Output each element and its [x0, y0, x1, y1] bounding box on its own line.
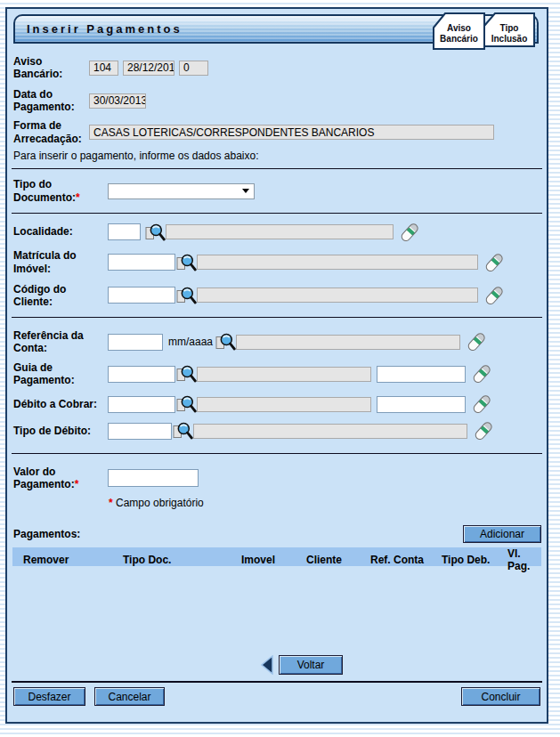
- matricula-imovel-row: Matrícula do Imóvel:: [7, 249, 547, 276]
- concluir-button[interactable]: Concluir: [461, 687, 540, 706]
- search-icon: [176, 287, 197, 304]
- voltar-button[interactable]: Voltar: [279, 655, 343, 675]
- aviso-bancario-label: Aviso Bancário:: [13, 55, 89, 81]
- guia-pagamento-input[interactable]: [108, 366, 175, 383]
- localidade-row: Localidade:: [7, 223, 547, 242]
- eraser-icon: [485, 286, 503, 305]
- codigo-cliente-row: Código do Cliente:: [7, 283, 547, 309]
- adicionar-button[interactable]: Adicionar: [463, 525, 541, 543]
- referencia-conta-hint: mm/aaaa: [168, 336, 213, 348]
- column-header-ref-conta: Ref. Conta: [370, 554, 442, 566]
- eraser-icon: [401, 223, 418, 242]
- clear-guia-button[interactable]: [471, 364, 492, 384]
- referencia-conta-row: Referência da Conta: mm/aaaa: [7, 328, 547, 355]
- aviso-bancario-numero: 104: [89, 61, 118, 76]
- debito-cobrar-descricao: [197, 397, 371, 412]
- data-pagamento-value: 30/03/2013: [89, 93, 146, 109]
- clear-tipo-debito-button[interactable]: [473, 421, 494, 441]
- codigo-cliente-descricao: [197, 288, 478, 303]
- column-header-remover: Remover: [23, 554, 123, 566]
- codigo-cliente-input[interactable]: [108, 287, 175, 304]
- eraser-icon: [473, 364, 491, 384]
- column-header-tipo-doc: Tipo Doc.: [123, 554, 241, 566]
- inserir-pagamentos-panel: Inserir Pagamentos AvisoBancário TipoInc…: [5, 7, 548, 724]
- debito-cobrar-row: Débito a Cobrar:: [7, 394, 547, 414]
- forma-arrecadacao-row: Forma de Arrecadação: CASAS LOTERICAS/CO…: [7, 119, 547, 146]
- column-header-imovel: Imovel: [241, 554, 306, 566]
- instruction-text: Para inserir o pagamento, informe os dad…: [7, 150, 547, 162]
- valor-pagamento-row: Valor do Pagamento:*: [7, 463, 547, 493]
- matricula-imovel-input[interactable]: [108, 254, 175, 271]
- debito-cobrar-valor-input[interactable]: [377, 396, 466, 413]
- clear-debito-button[interactable]: [471, 394, 492, 414]
- codigo-cliente-label: Código do Cliente:: [13, 283, 108, 309]
- section-divider: [12, 213, 542, 214]
- search-guia-button[interactable]: [175, 364, 197, 384]
- column-header-cliente: Cliente: [306, 554, 370, 566]
- desfazer-button[interactable]: Desfazer: [13, 687, 85, 706]
- eraser-icon: [473, 394, 491, 414]
- guia-pagamento-row: Guia de Pagamento:: [7, 360, 547, 387]
- search-debito-button[interactable]: [175, 394, 197, 414]
- search-matricula-button[interactable]: [175, 253, 197, 272]
- clear-referencia-button[interactable]: [466, 332, 487, 352]
- guia-pagamento-descricao: [197, 367, 371, 382]
- clear-localidade-button[interactable]: [399, 223, 420, 242]
- localidade-input[interactable]: [108, 223, 141, 240]
- tipo-debito-row: Tipo de Débito:: [7, 421, 547, 441]
- column-header-vl-pag: Vl. Pag.: [507, 547, 541, 572]
- search-localidade-button[interactable]: [144, 223, 166, 242]
- matricula-imovel-label: Matrícula do Imóvel:: [13, 249, 108, 275]
- guia-pagamento-label: Guia de Pagamento:: [13, 361, 108, 387]
- pagamentos-label: Pagamentos:: [13, 528, 80, 540]
- search-icon: [145, 223, 166, 241]
- payments-table-header: Remover Tipo Doc. Imovel Cliente Ref. Co…: [12, 547, 541, 566]
- tab-tipo-inclusao-label: TipoInclusão: [483, 23, 535, 44]
- tipo-debito-label: Tipo de Débito:: [13, 425, 108, 437]
- guia-pagamento-valor-input[interactable]: [377, 366, 466, 383]
- referencia-conta-descricao: [236, 335, 460, 350]
- section-divider: [12, 168, 542, 169]
- localidade-label: Localidade:: [13, 225, 108, 238]
- clear-matricula-button[interactable]: [483, 253, 505, 272]
- tipo-documento-select[interactable]: [108, 183, 255, 199]
- forma-arrecadacao-label: Forma de Arrecadação:: [13, 119, 89, 145]
- eraser-icon: [467, 332, 485, 352]
- valor-pagamento-input[interactable]: [108, 469, 199, 487]
- tab-aviso-bancario[interactable]: AvisoBancário: [433, 12, 485, 50]
- tipo-documento-row: Tipo do Documento:*: [7, 178, 547, 205]
- page-title: Inserir Pagamentos: [27, 22, 183, 36]
- back-arrow-icon: [261, 655, 273, 675]
- tipo-debito-descricao: [193, 424, 467, 439]
- section-divider: [12, 317, 542, 318]
- referencia-conta-input[interactable]: [108, 334, 163, 351]
- localidade-descricao: [166, 224, 394, 239]
- aviso-bancario-row: Aviso Bancário: 104 28/12/2012 0: [7, 55, 547, 81]
- search-icon: [173, 422, 193, 440]
- pagamentos-header-row: Pagamentos: Adicionar: [7, 525, 547, 543]
- search-referencia-button[interactable]: [215, 332, 236, 352]
- data-pagamento-row: Data do Pagamento: 30/03/2013: [7, 88, 547, 114]
- eraser-icon: [485, 253, 503, 272]
- referencia-conta-label: Referência da Conta:: [13, 329, 108, 355]
- search-icon: [176, 365, 197, 383]
- search-cliente-button[interactable]: [175, 286, 197, 305]
- debito-cobrar-input[interactable]: [108, 396, 175, 413]
- tipo-documento-label: Tipo do Documento:*: [13, 178, 108, 204]
- aviso-bancario-sequencial: 0: [179, 61, 208, 76]
- section-divider: [12, 453, 542, 454]
- data-pagamento-label: Data do Pagamento:: [13, 88, 89, 114]
- tab-aviso-bancario-label: AvisoBancário: [433, 23, 485, 44]
- valor-pagamento-label: Valor do Pagamento:*: [13, 466, 108, 491]
- tab-tipo-inclusao[interactable]: TipoInclusão: [483, 12, 535, 47]
- debito-cobrar-label: Débito a Cobrar:: [13, 398, 108, 410]
- eraser-icon: [475, 421, 492, 441]
- voltar-row: Voltar: [32, 655, 560, 675]
- tipo-debito-input[interactable]: [108, 423, 172, 440]
- cancelar-button[interactable]: Cancelar: [94, 687, 165, 706]
- search-tipo-debito-button[interactable]: [172, 421, 193, 441]
- clear-cliente-button[interactable]: [483, 286, 505, 305]
- search-icon: [176, 254, 197, 271]
- dropdown-arrow-icon: [242, 189, 249, 193]
- search-icon: [215, 333, 236, 351]
